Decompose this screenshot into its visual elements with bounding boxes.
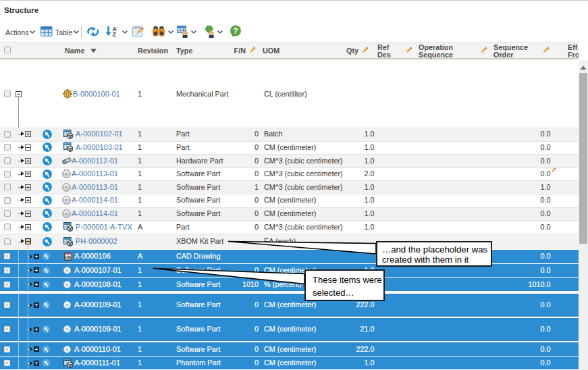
svg-text:?: ? [233, 26, 238, 36]
svg-text:Z: Z [113, 31, 117, 37]
svg-text:CAD: CAD [65, 253, 71, 256]
